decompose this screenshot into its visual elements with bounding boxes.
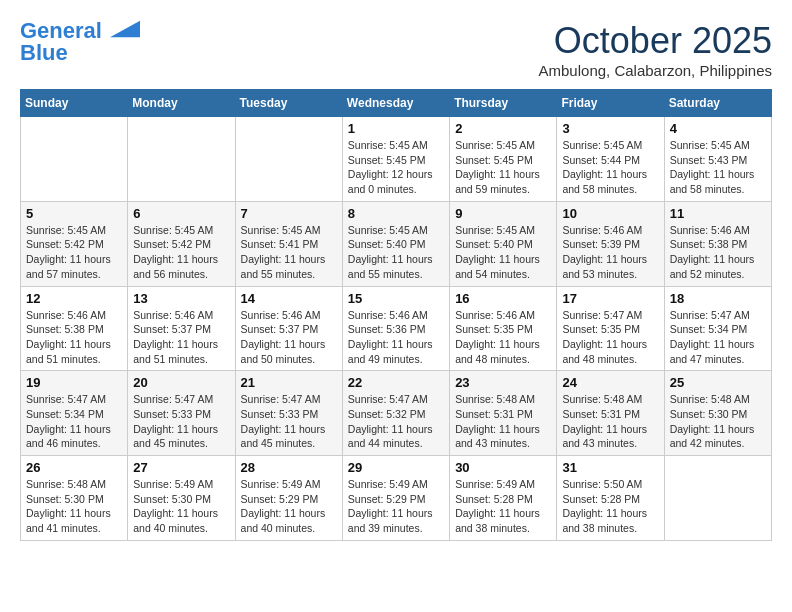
day-info: Sunrise: 5:48 AM Sunset: 5:30 PM Dayligh… bbox=[26, 477, 122, 536]
calendar-cell: 12Sunrise: 5:46 AM Sunset: 5:38 PM Dayli… bbox=[21, 286, 128, 371]
calendar-cell bbox=[21, 117, 128, 202]
day-number: 12 bbox=[26, 291, 122, 306]
day-number: 11 bbox=[670, 206, 766, 221]
calendar-cell bbox=[664, 456, 771, 541]
day-info: Sunrise: 5:47 AM Sunset: 5:34 PM Dayligh… bbox=[26, 392, 122, 451]
day-number: 16 bbox=[455, 291, 551, 306]
day-info: Sunrise: 5:45 AM Sunset: 5:45 PM Dayligh… bbox=[348, 138, 444, 197]
calendar-cell: 30Sunrise: 5:49 AM Sunset: 5:28 PM Dayli… bbox=[450, 456, 557, 541]
calendar-cell: 31Sunrise: 5:50 AM Sunset: 5:28 PM Dayli… bbox=[557, 456, 664, 541]
calendar-cell: 9Sunrise: 5:45 AM Sunset: 5:40 PM Daylig… bbox=[450, 201, 557, 286]
title-section: October 2025 Ambulong, Calabarzon, Phili… bbox=[539, 20, 772, 79]
svg-marker-0 bbox=[110, 21, 140, 38]
logo-icon bbox=[110, 20, 140, 38]
day-info: Sunrise: 5:47 AM Sunset: 5:34 PM Dayligh… bbox=[670, 308, 766, 367]
day-number: 27 bbox=[133, 460, 229, 475]
calendar-week-row: 12Sunrise: 5:46 AM Sunset: 5:38 PM Dayli… bbox=[21, 286, 772, 371]
day-info: Sunrise: 5:46 AM Sunset: 5:37 PM Dayligh… bbox=[133, 308, 229, 367]
day-number: 10 bbox=[562, 206, 658, 221]
logo-blue: Blue bbox=[20, 40, 68, 65]
calendar-cell: 5Sunrise: 5:45 AM Sunset: 5:42 PM Daylig… bbox=[21, 201, 128, 286]
day-number: 22 bbox=[348, 375, 444, 390]
day-number: 14 bbox=[241, 291, 337, 306]
weekday-header-saturday: Saturday bbox=[664, 90, 771, 117]
calendar-cell: 13Sunrise: 5:46 AM Sunset: 5:37 PM Dayli… bbox=[128, 286, 235, 371]
calendar-cell: 3Sunrise: 5:45 AM Sunset: 5:44 PM Daylig… bbox=[557, 117, 664, 202]
calendar-cell: 25Sunrise: 5:48 AM Sunset: 5:30 PM Dayli… bbox=[664, 371, 771, 456]
calendar-cell: 7Sunrise: 5:45 AM Sunset: 5:41 PM Daylig… bbox=[235, 201, 342, 286]
day-info: Sunrise: 5:45 AM Sunset: 5:45 PM Dayligh… bbox=[455, 138, 551, 197]
day-info: Sunrise: 5:48 AM Sunset: 5:31 PM Dayligh… bbox=[455, 392, 551, 451]
calendar-cell: 19Sunrise: 5:47 AM Sunset: 5:34 PM Dayli… bbox=[21, 371, 128, 456]
day-info: Sunrise: 5:49 AM Sunset: 5:29 PM Dayligh… bbox=[348, 477, 444, 536]
day-info: Sunrise: 5:47 AM Sunset: 5:35 PM Dayligh… bbox=[562, 308, 658, 367]
day-info: Sunrise: 5:46 AM Sunset: 5:38 PM Dayligh… bbox=[26, 308, 122, 367]
day-info: Sunrise: 5:50 AM Sunset: 5:28 PM Dayligh… bbox=[562, 477, 658, 536]
calendar-table: SundayMondayTuesdayWednesdayThursdayFrid… bbox=[20, 89, 772, 541]
calendar-cell: 4Sunrise: 5:45 AM Sunset: 5:43 PM Daylig… bbox=[664, 117, 771, 202]
day-number: 15 bbox=[348, 291, 444, 306]
day-number: 23 bbox=[455, 375, 551, 390]
month-title: October 2025 bbox=[539, 20, 772, 62]
day-number: 8 bbox=[348, 206, 444, 221]
calendar-cell: 20Sunrise: 5:47 AM Sunset: 5:33 PM Dayli… bbox=[128, 371, 235, 456]
day-number: 1 bbox=[348, 121, 444, 136]
weekday-header-sunday: Sunday bbox=[21, 90, 128, 117]
day-info: Sunrise: 5:45 AM Sunset: 5:41 PM Dayligh… bbox=[241, 223, 337, 282]
day-info: Sunrise: 5:45 AM Sunset: 5:40 PM Dayligh… bbox=[455, 223, 551, 282]
calendar-cell: 11Sunrise: 5:46 AM Sunset: 5:38 PM Dayli… bbox=[664, 201, 771, 286]
day-number: 13 bbox=[133, 291, 229, 306]
weekday-header-friday: Friday bbox=[557, 90, 664, 117]
logo: General Blue bbox=[20, 20, 140, 64]
calendar-cell: 8Sunrise: 5:45 AM Sunset: 5:40 PM Daylig… bbox=[342, 201, 449, 286]
day-number: 17 bbox=[562, 291, 658, 306]
calendar-cell: 21Sunrise: 5:47 AM Sunset: 5:33 PM Dayli… bbox=[235, 371, 342, 456]
calendar-cell bbox=[235, 117, 342, 202]
weekday-header-row: SundayMondayTuesdayWednesdayThursdayFrid… bbox=[21, 90, 772, 117]
calendar-cell: 28Sunrise: 5:49 AM Sunset: 5:29 PM Dayli… bbox=[235, 456, 342, 541]
day-number: 25 bbox=[670, 375, 766, 390]
day-number: 29 bbox=[348, 460, 444, 475]
day-info: Sunrise: 5:45 AM Sunset: 5:43 PM Dayligh… bbox=[670, 138, 766, 197]
weekday-header-tuesday: Tuesday bbox=[235, 90, 342, 117]
weekday-header-thursday: Thursday bbox=[450, 90, 557, 117]
day-number: 20 bbox=[133, 375, 229, 390]
day-info: Sunrise: 5:45 AM Sunset: 5:42 PM Dayligh… bbox=[133, 223, 229, 282]
day-info: Sunrise: 5:47 AM Sunset: 5:33 PM Dayligh… bbox=[241, 392, 337, 451]
location-title: Ambulong, Calabarzon, Philippines bbox=[539, 62, 772, 79]
page-header: General Blue October 2025 Ambulong, Cala… bbox=[20, 20, 772, 79]
day-info: Sunrise: 5:49 AM Sunset: 5:30 PM Dayligh… bbox=[133, 477, 229, 536]
day-number: 6 bbox=[133, 206, 229, 221]
calendar-cell: 15Sunrise: 5:46 AM Sunset: 5:36 PM Dayli… bbox=[342, 286, 449, 371]
day-info: Sunrise: 5:46 AM Sunset: 5:39 PM Dayligh… bbox=[562, 223, 658, 282]
day-info: Sunrise: 5:46 AM Sunset: 5:36 PM Dayligh… bbox=[348, 308, 444, 367]
day-info: Sunrise: 5:47 AM Sunset: 5:32 PM Dayligh… bbox=[348, 392, 444, 451]
calendar-cell: 2Sunrise: 5:45 AM Sunset: 5:45 PM Daylig… bbox=[450, 117, 557, 202]
calendar-week-row: 19Sunrise: 5:47 AM Sunset: 5:34 PM Dayli… bbox=[21, 371, 772, 456]
calendar-cell: 10Sunrise: 5:46 AM Sunset: 5:39 PM Dayli… bbox=[557, 201, 664, 286]
calendar-week-row: 26Sunrise: 5:48 AM Sunset: 5:30 PM Dayli… bbox=[21, 456, 772, 541]
calendar-cell: 29Sunrise: 5:49 AM Sunset: 5:29 PM Dayli… bbox=[342, 456, 449, 541]
weekday-header-monday: Monday bbox=[128, 90, 235, 117]
calendar-cell: 1Sunrise: 5:45 AM Sunset: 5:45 PM Daylig… bbox=[342, 117, 449, 202]
day-number: 31 bbox=[562, 460, 658, 475]
day-info: Sunrise: 5:45 AM Sunset: 5:40 PM Dayligh… bbox=[348, 223, 444, 282]
calendar-cell: 6Sunrise: 5:45 AM Sunset: 5:42 PM Daylig… bbox=[128, 201, 235, 286]
calendar-cell: 22Sunrise: 5:47 AM Sunset: 5:32 PM Dayli… bbox=[342, 371, 449, 456]
day-info: Sunrise: 5:45 AM Sunset: 5:44 PM Dayligh… bbox=[562, 138, 658, 197]
calendar-cell: 24Sunrise: 5:48 AM Sunset: 5:31 PM Dayli… bbox=[557, 371, 664, 456]
day-info: Sunrise: 5:48 AM Sunset: 5:31 PM Dayligh… bbox=[562, 392, 658, 451]
calendar-cell: 16Sunrise: 5:46 AM Sunset: 5:35 PM Dayli… bbox=[450, 286, 557, 371]
day-info: Sunrise: 5:47 AM Sunset: 5:33 PM Dayligh… bbox=[133, 392, 229, 451]
day-number: 4 bbox=[670, 121, 766, 136]
calendar-cell: 17Sunrise: 5:47 AM Sunset: 5:35 PM Dayli… bbox=[557, 286, 664, 371]
day-number: 3 bbox=[562, 121, 658, 136]
logo-text: General bbox=[20, 20, 140, 42]
calendar-cell: 26Sunrise: 5:48 AM Sunset: 5:30 PM Dayli… bbox=[21, 456, 128, 541]
day-info: Sunrise: 5:49 AM Sunset: 5:29 PM Dayligh… bbox=[241, 477, 337, 536]
day-number: 2 bbox=[455, 121, 551, 136]
weekday-header-wednesday: Wednesday bbox=[342, 90, 449, 117]
day-number: 18 bbox=[670, 291, 766, 306]
day-number: 7 bbox=[241, 206, 337, 221]
calendar-cell: 23Sunrise: 5:48 AM Sunset: 5:31 PM Dayli… bbox=[450, 371, 557, 456]
